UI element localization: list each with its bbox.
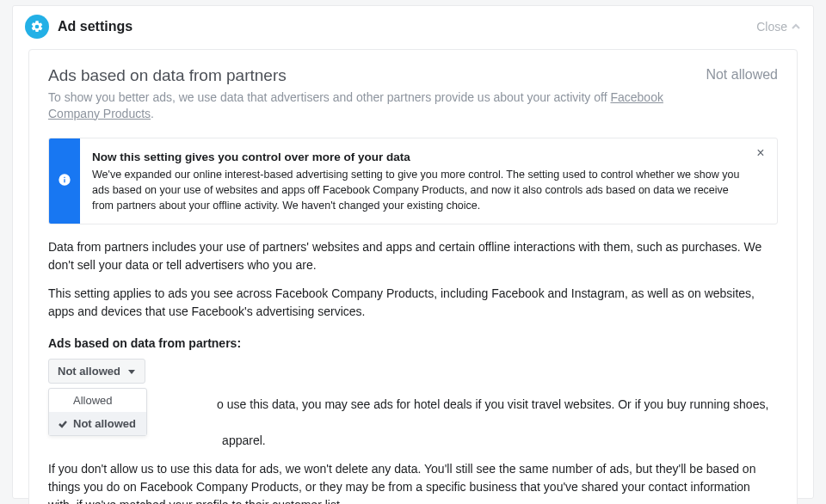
info-icon (58, 173, 71, 190)
section-title: Ads based on data from partners (48, 65, 671, 86)
paragraph-data-from-partners: Data from partners includes your use of … (48, 238, 778, 274)
paragraph-example-line1-tail: o use this data, you may see ads for hot… (48, 397, 768, 429)
settings-panel: Ad settings Close Ads based on data from… (12, 5, 814, 499)
panel-title: Ad settings (58, 19, 756, 34)
section-desc-pre: To show you better ads, we use data that… (48, 90, 610, 104)
section-head: Ads based on data from partners To show … (48, 65, 778, 122)
page-root: Ad settings Close Ads based on data from… (0, 0, 826, 504)
setting-label: Ads based on data from partners: (48, 336, 778, 350)
setting-select-button[interactable]: Not allowed (48, 359, 145, 384)
paragraph-example-line2-tail: apparel. (222, 433, 266, 447)
select-option-allowed[interactable]: Allowed (49, 389, 146, 412)
paragraph-dont-allow: If you don't allow us to use this data f… (48, 460, 778, 504)
select-current-value: Not allowed (58, 365, 120, 378)
info-notice: Now this setting gives you control over … (48, 138, 778, 225)
select-option-label: Not allowed (73, 417, 136, 430)
section-desc-post: . (151, 107, 154, 120)
section-description: To show you better ads, we use data that… (48, 89, 671, 122)
setting-select: Not allowed Allowed Not allowed (48, 359, 145, 384)
status-value: Not allowed (706, 65, 778, 83)
section-head-left: Ads based on data from partners To show … (48, 65, 706, 122)
close-button[interactable]: Close (756, 20, 801, 34)
caret-down-icon (127, 367, 136, 376)
select-menu: Allowed Not allowed (48, 388, 147, 436)
check-icon (56, 419, 70, 429)
paragraph-example: XXXXXXXXXXXXXXXXXXXXXo use this data, yo… (48, 396, 778, 450)
notice-text: We've expanded our online interest-based… (92, 167, 746, 213)
notice-accent-bar (49, 138, 80, 224)
panel-header: Ad settings Close (13, 6, 813, 49)
chevron-up-icon (791, 22, 801, 32)
notice-close-button[interactable]: × (755, 147, 767, 159)
paragraph-setting-applies: This setting applies to ads you see acro… (48, 285, 778, 321)
gear-icon (25, 15, 49, 39)
settings-card: Ads based on data from partners To show … (28, 49, 798, 504)
close-icon: × (756, 145, 764, 160)
select-option-not-allowed[interactable]: Not allowed (49, 412, 146, 435)
close-label: Close (756, 20, 787, 34)
notice-body: Now this setting gives you control over … (80, 138, 777, 224)
select-option-label: Allowed (73, 394, 113, 407)
svg-marker-0 (128, 370, 135, 374)
notice-title: Now this setting gives you control over … (92, 149, 746, 166)
